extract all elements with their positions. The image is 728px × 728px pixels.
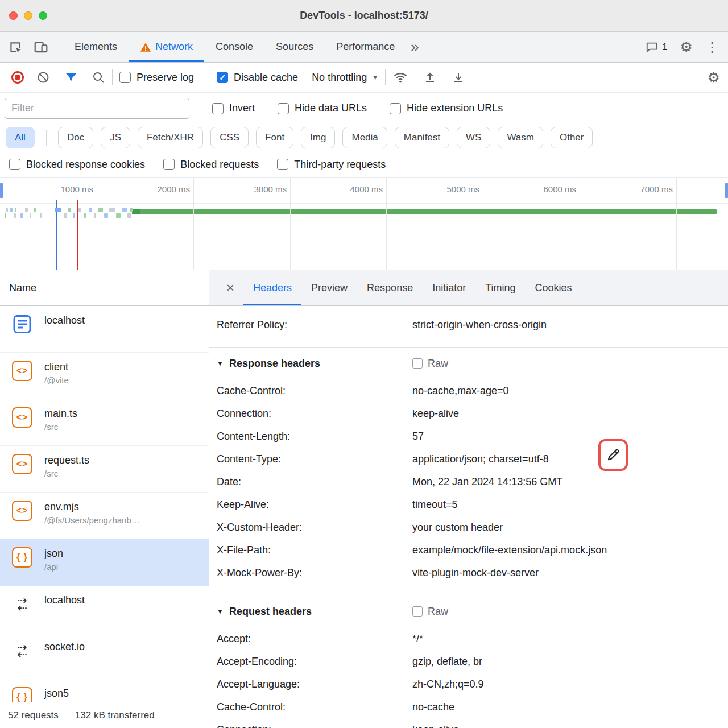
overview-right-handle[interactable]: [725, 183, 728, 198]
search-icon[interactable]: [92, 71, 105, 84]
tab-console[interactable]: Console: [204, 32, 264, 62]
throttling-dropdown[interactable]: No throttling ▼: [312, 72, 378, 84]
devtools-tab-bar: Elements Network Console Sources Perform…: [0, 32, 728, 63]
tab-timing[interactable]: Timing: [475, 270, 525, 305]
filter-chip-fetch-xhr[interactable]: Fetch/XHR: [138, 127, 203, 148]
request-count: 52 requests: [0, 708, 67, 723]
more-tabs-icon[interactable]: »: [406, 32, 423, 62]
disable-cache-checkbox[interactable]: Disable cache: [217, 72, 298, 84]
header-row: Content-Length: 57: [209, 425, 728, 448]
resource-type-filters: All Doc JS Fetch/XHR CSS Font Img Media …: [0, 124, 728, 151]
tab-label: Performance: [336, 41, 395, 53]
request-row-socket-io[interactable]: ⇢⇠ socket.io: [0, 632, 209, 679]
request-row-env-mjs[interactable]: <> env.mjs /@fs/Users/pengzhanb…: [0, 493, 209, 539]
filter-chip-css[interactable]: CSS: [210, 127, 249, 148]
tab-preview[interactable]: Preview: [301, 270, 357, 305]
network-settings-gear-icon[interactable]: ⚙: [708, 71, 720, 85]
third-party-requests-checkbox[interactable]: Third-party requests: [277, 159, 386, 171]
filter-chip-media[interactable]: Media: [342, 127, 387, 148]
filter-input[interactable]: [5, 98, 189, 119]
request-details-pane: × Headers Preview Response Initiator Tim…: [209, 270, 728, 728]
header-row: Cache-Control: no-cache,max-age=0: [209, 379, 728, 402]
headers-panel: Remote Address: 127.0.0.1:5173 Referrer …: [209, 306, 728, 728]
header-row: Accept-Encoding: gzip, deflate, br: [209, 650, 728, 673]
tab-headers[interactable]: Headers: [243, 270, 301, 305]
filter-chip-wasm[interactable]: Wasm: [498, 127, 543, 148]
tab-elements[interactable]: Elements: [63, 32, 129, 62]
filter-chip-other[interactable]: Other: [551, 127, 593, 148]
blocked-response-cookies-checkbox[interactable]: Blocked response cookies: [9, 159, 145, 171]
header-row: Accept: */*: [209, 627, 728, 650]
ruler-line: [0, 203, 728, 204]
filter-chip-js[interactable]: JS: [101, 127, 130, 148]
console-messages-button[interactable]: 1: [646, 41, 667, 53]
filter-chip-manifest[interactable]: Manifest: [395, 127, 449, 148]
invert-checkbox[interactable]: Invert: [212, 102, 255, 114]
tab-label: Sources: [276, 41, 313, 53]
export-har-icon[interactable]: [452, 71, 465, 84]
raw-toggle-response[interactable]: Raw: [412, 358, 448, 370]
header-row: Connection: keep-alive: [209, 402, 728, 425]
raw-toggle-request[interactable]: Raw: [412, 606, 448, 618]
checkbox[interactable]: [119, 72, 131, 83]
message-count: 1: [662, 42, 667, 53]
request-row-localhost[interactable]: localhost: [0, 306, 209, 353]
preserve-log-checkbox[interactable]: Preserve log: [119, 72, 194, 84]
message-bubble-icon: [646, 41, 658, 53]
import-har-icon[interactable]: [423, 71, 437, 84]
blocked-requests-checkbox[interactable]: Blocked requests: [163, 159, 259, 171]
tab-performance[interactable]: Performance: [325, 32, 406, 62]
divider: [46, 130, 47, 146]
script-icon: <>: [11, 360, 33, 382]
websocket-icon: ⇢⇠: [11, 593, 33, 615]
filter-chip-img[interactable]: Img: [301, 127, 335, 148]
overview-left-handle[interactable]: [0, 183, 3, 198]
tab-response[interactable]: Response: [357, 270, 423, 305]
tab-network[interactable]: Network: [129, 32, 204, 62]
filter-chip-ws[interactable]: WS: [457, 127, 490, 148]
tab-initiator[interactable]: Initiator: [423, 270, 475, 305]
filter-chip-all[interactable]: All: [6, 127, 35, 148]
filter-chip-font[interactable]: Font: [256, 127, 293, 148]
request-row-localhost-ws[interactable]: ⇢⇠ localhost: [0, 586, 209, 632]
timeline-overview[interactable]: 1000 ms2000 ms3000 ms4000 ms5000 ms6000 …: [0, 177, 728, 270]
clear-button[interactable]: [36, 71, 50, 84]
filter-toggle-icon[interactable]: [64, 71, 78, 84]
kebab-menu-icon[interactable]: ⋮: [705, 40, 719, 54]
header-row: Keep-Alive: timeout=5: [209, 493, 728, 516]
divider: [385, 69, 386, 85]
scrolled-partial-row: Remote Address: 127.0.0.1:5173: [209, 306, 728, 313]
tab-label: Elements: [75, 41, 117, 53]
filter-chip-doc[interactable]: Doc: [58, 127, 93, 148]
hide-data-urls-checkbox[interactable]: Hide data URLs: [278, 102, 367, 114]
pencil-icon[interactable]: [605, 447, 621, 463]
checkbox-checked[interactable]: [217, 72, 228, 83]
inspect-element-icon[interactable]: [8, 40, 23, 55]
window-title: DevTools - localhost:5173/: [300, 10, 428, 22]
network-conditions-icon[interactable]: [392, 70, 408, 85]
close-details-icon[interactable]: ×: [217, 270, 243, 305]
traffic-lights: [9, 0, 47, 31]
zoom-window-button[interactable]: [39, 11, 47, 20]
request-row-request-ts[interactable]: <> request.ts /src: [0, 446, 209, 493]
minimize-window-button[interactable]: [24, 11, 32, 20]
tab-sources[interactable]: Sources: [264, 32, 325, 62]
close-window-button[interactable]: [9, 11, 18, 20]
request-row-json-selected[interactable]: { } json /api: [0, 539, 209, 586]
tab-label: Network: [155, 41, 193, 53]
record-button[interactable]: [11, 71, 24, 84]
hide-extension-urls-checkbox[interactable]: Hide extension URLs: [390, 102, 503, 114]
tab-cookies[interactable]: Cookies: [526, 270, 582, 305]
disclosure-triangle-icon[interactable]: ▼: [217, 359, 224, 367]
script-icon: <>: [11, 500, 33, 522]
request-row-json5[interactable]: { } json5: [0, 679, 209, 702]
section-title: Request headers: [229, 606, 312, 618]
settings-gear-icon[interactable]: ⚙: [680, 40, 693, 54]
name-column-header[interactable]: Name: [0, 270, 209, 306]
header-row: Cache-Control: no-cache: [209, 696, 728, 718]
section-title: Response headers: [229, 358, 320, 370]
request-row-client[interactable]: <> client /@vite: [0, 353, 209, 399]
device-toolbar-icon[interactable]: [33, 40, 49, 55]
request-row-main-ts[interactable]: <> main.ts /src: [0, 399, 209, 446]
disclosure-triangle-icon[interactable]: ▼: [217, 607, 224, 615]
